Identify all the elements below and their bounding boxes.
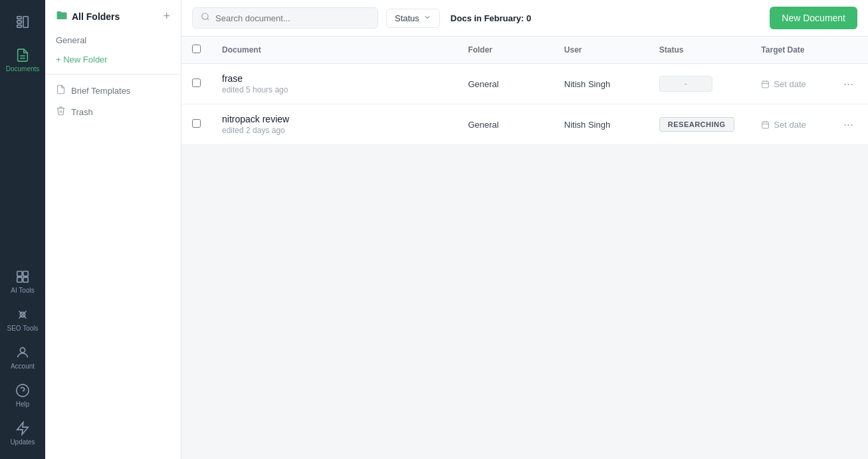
sidebar-help-label: Help: [16, 400, 30, 408]
status-cell[interactable]: -: [649, 64, 751, 104]
user-value: Nitish Singh: [564, 120, 610, 130]
document-edited-time: edited 2 days ago: [222, 126, 447, 135]
status-badge: -: [659, 76, 712, 92]
search-input[interactable]: [215, 13, 370, 23]
svg-rect-9: [23, 277, 28, 282]
icon-sidebar: Documents AI Tools SEO Tools: [0, 0, 45, 459]
svg-rect-8: [17, 277, 22, 282]
left-panel: All Folders + General + New Folder Brief…: [45, 0, 181, 459]
folder-value: General: [468, 79, 498, 89]
trash-label: Trash: [71, 107, 93, 117]
calendar-icon: [761, 120, 770, 129]
actions-cell[interactable]: ···: [829, 104, 868, 145]
row-checkbox-cell: [181, 64, 211, 104]
top-bar: Status Docs in February: 0 New Document: [181, 0, 868, 37]
document-title: nitropack review: [222, 114, 447, 124]
sidebar-item-account[interactable]: Account: [0, 339, 45, 377]
sidebar-item-updates[interactable]: Updates: [0, 414, 45, 452]
svg-rect-6: [17, 271, 22, 276]
brief-templates-item[interactable]: Brief Templates: [45, 80, 181, 101]
row-checkbox-cell: [181, 104, 211, 145]
svg-rect-1: [17, 21, 21, 23]
chevron-down-icon: [423, 13, 431, 23]
more-options-button[interactable]: ···: [839, 76, 857, 92]
set-date-button[interactable]: Set date: [761, 120, 818, 130]
svg-marker-16: [17, 422, 29, 434]
svg-rect-2: [17, 25, 21, 28]
row-checkbox-0[interactable]: [192, 78, 201, 87]
svg-point-13: [20, 348, 25, 353]
user-cell: Nitish Singh: [554, 64, 649, 104]
search-icon: [201, 12, 210, 24]
actions-col-header: [829, 37, 868, 64]
svg-rect-0: [17, 17, 21, 19]
document-name-cell[interactable]: nitropack review edited 2 days ago: [211, 104, 457, 145]
actions-cell[interactable]: ···: [829, 64, 868, 104]
table-row: nitropack review edited 2 days ago Gener…: [181, 104, 868, 145]
folder-cell: General: [457, 104, 554, 145]
sidebar-item-documents[interactable]: Documents: [0, 41, 45, 79]
sidebar-documents-label: Documents: [6, 65, 40, 73]
sidebar-item-help[interactable]: Help: [0, 377, 45, 414]
svg-line-18: [207, 19, 209, 21]
svg-rect-19: [762, 81, 769, 88]
main-content: Status Docs in February: 0 New Document …: [181, 0, 868, 459]
select-all-checkbox[interactable]: [192, 45, 201, 53]
target-date-cell[interactable]: Set date: [750, 64, 829, 104]
new-document-button[interactable]: New Document: [770, 7, 857, 29]
status-cell[interactable]: RESEARCHING: [649, 104, 751, 145]
sidebar-ai-tools-label: AI Tools: [11, 287, 34, 294]
document-col-header: Document: [211, 37, 457, 64]
folder-cell: General: [457, 64, 554, 104]
sidebar-account-label: Account: [11, 363, 35, 370]
documents-table: Document Folder User Status Target Date: [181, 37, 868, 145]
target-date-cell[interactable]: Set date: [750, 104, 829, 145]
sidebar-updates-label: Updates: [10, 438, 35, 446]
docs-number: 0: [526, 13, 531, 23]
docs-count-label: Docs in February: 0: [451, 13, 531, 23]
document-title: frase: [222, 73, 447, 84]
table-header-row: Document Folder User Status Target Date: [181, 37, 868, 64]
user-value: Nitish Singh: [564, 79, 610, 89]
panel-divider: [45, 74, 181, 75]
svg-rect-3: [23, 17, 28, 28]
status-filter-button[interactable]: Status: [386, 9, 440, 28]
row-checkbox-1[interactable]: [192, 119, 201, 128]
set-date-label: Set date: [774, 79, 806, 89]
document-name-cell[interactable]: frase edited 5 hours ago: [211, 64, 457, 104]
user-col-header: User: [554, 37, 649, 64]
svg-point-17: [202, 13, 208, 19]
search-box[interactable]: [192, 7, 378, 29]
set-date-label: Set date: [774, 120, 806, 130]
folder-col-header: Folder: [457, 37, 554, 64]
calendar-icon: [761, 80, 770, 88]
all-folders-header[interactable]: All Folders +: [45, 0, 181, 33]
svg-point-14: [17, 384, 29, 396]
select-all-col: [181, 37, 211, 64]
more-options-button[interactable]: ···: [839, 116, 857, 132]
all-folders-label: All Folders: [72, 11, 120, 22]
status-filter-label: Status: [395, 13, 419, 23]
set-date-button[interactable]: Set date: [761, 79, 818, 89]
trash-icon: [56, 106, 66, 118]
brief-templates-label: Brief Templates: [71, 86, 130, 96]
status-col-header: Status: [649, 37, 751, 64]
sidebar-seo-tools-label: SEO Tools: [7, 325, 38, 332]
new-folder-button[interactable]: + New Folder: [45, 51, 181, 69]
add-folder-button[interactable]: +: [163, 9, 170, 23]
table-container: Document Folder User Status Target Date: [181, 37, 868, 459]
folder-icon: [56, 9, 68, 23]
general-folder-label: General: [45, 33, 181, 51]
status-badge: RESEARCHING: [659, 117, 734, 132]
sidebar-item-seo-tools[interactable]: SEO Tools: [0, 301, 45, 339]
brand-logo: [0, 7, 45, 41]
svg-rect-23: [762, 122, 769, 128]
sidebar-item-ai-tools[interactable]: AI Tools: [0, 263, 45, 301]
brief-templates-icon: [56, 84, 66, 96]
user-cell: Nitish Singh: [554, 104, 649, 145]
target-date-col-header: Target Date: [750, 37, 829, 64]
svg-rect-7: [23, 271, 28, 276]
trash-item[interactable]: Trash: [45, 101, 181, 122]
folder-value: General: [468, 120, 498, 130]
docs-period-text: Docs in February:: [451, 13, 524, 23]
